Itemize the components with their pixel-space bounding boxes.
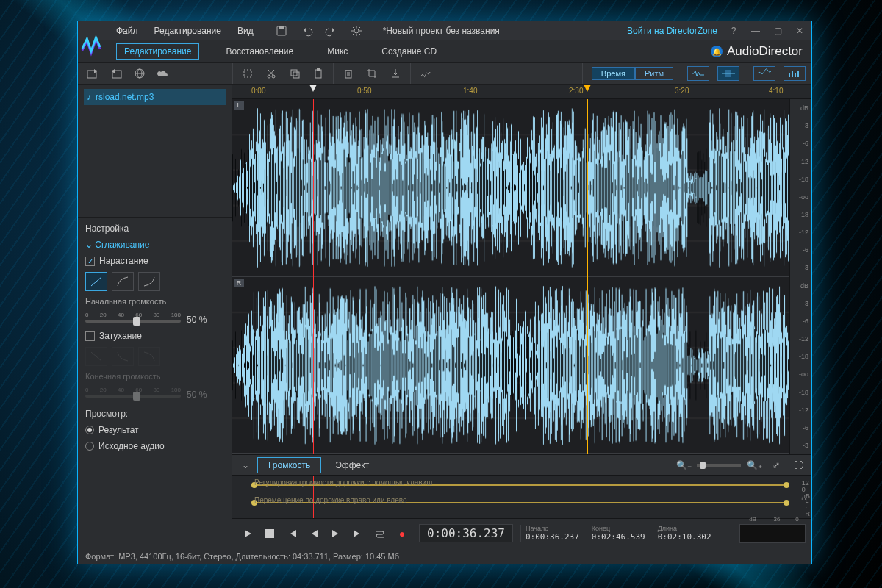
brand-label: AudioDirector [727,44,803,59]
normalize-icon[interactable] [417,65,434,82]
svg-rect-23 [315,70,321,78]
fadein-checkbox[interactable]: ✓Нарастание [85,256,224,266]
next-button[interactable] [326,524,345,543]
end-volume-slider: 020406080100 [85,387,181,400]
svg-line-9 [359,27,360,29]
paste-icon[interactable] [309,65,327,82]
svg-line-8 [359,33,360,35]
menu-file[interactable]: Файл [116,26,138,36]
svg-rect-34 [265,529,274,538]
tab-mix[interactable]: Микс [320,44,355,59]
cloud-icon[interactable] [154,65,172,82]
pan-lane[interactable]: Перемещение по дорожке вправо или влево … [251,498,811,514]
level-meter: dB-360 [739,524,806,543]
timecode: 0:00:36.237 [419,524,513,542]
marker-line [587,99,588,454]
delete-icon[interactable] [340,65,357,82]
time-ruler[interactable]: 0:00 0:50 1:40 2:30 3:20 4:10 [232,85,811,99]
svg-rect-33 [797,71,799,77]
cut-icon[interactable] [262,65,280,82]
channel-right: R [232,277,789,455]
curve-linear-in[interactable] [85,272,107,291]
mode-time[interactable]: Время [592,67,635,80]
settings-title: Настройка [85,223,224,234]
curve-exp-out [138,347,160,366]
tab-effect[interactable]: Эффект [324,457,380,473]
save-icon[interactable] [273,23,290,39]
fadein-curves [85,272,224,291]
signin-link[interactable]: Войти на DirectorZone [627,26,717,36]
curve-linear-out [85,347,107,366]
display-mode: Время Ритм [592,67,673,80]
svg-rect-22 [293,72,299,78]
start-volume-slider[interactable]: 020406080100 [85,312,181,325]
marker-out-icon[interactable] [584,85,591,92]
selection-length: Длина0:02:10.302 [653,525,716,542]
view-selection-icon[interactable] [717,66,739,81]
zoom-out-icon[interactable]: 🔍₋ [675,457,692,473]
tab-restore[interactable]: Восстановление [218,44,301,59]
quick-actions [273,23,365,39]
web-icon[interactable] [131,65,148,82]
preview-original[interactable]: Исходное аудио [85,441,224,451]
zoom-fit-icon[interactable]: ⛶ [789,457,807,473]
svg-rect-24 [317,68,320,71]
preview-label: Просмотр: [85,409,224,419]
zoom-in-icon[interactable]: 🔍₊ [745,457,763,473]
record-button[interactable]: ● [392,524,412,543]
tab-cd[interactable]: Создание CD [374,44,444,59]
waveform-display[interactable]: L R [232,99,789,454]
status-bar: Формат: MP3, 44100Гц, 16-бит, Стерео, Дл… [78,548,811,564]
tab-edit[interactable]: Редактирование [116,43,199,60]
stop-button[interactable] [260,524,279,543]
playhead[interactable] [313,99,314,454]
maximize-button[interactable]: ▢ [772,26,784,36]
mode-rhythm[interactable]: Ритм [635,67,673,80]
app-window: Файл Редактирование Вид *Новый проект бе… [77,21,812,564]
fadeout-checkbox[interactable]: Затухание [85,331,224,341]
menu-edit[interactable]: Редактирование [154,26,221,36]
start-volume-value: 50 % [187,315,207,325]
undo-icon[interactable] [298,23,315,39]
import-icon[interactable] [84,65,101,82]
export-icon[interactable] [107,65,125,82]
settings-panel: Настройка ⌄ Сглаживание ✓Нарастание Нача… [78,217,232,548]
view-waveform-icon[interactable] [687,66,709,81]
menu-view[interactable]: Вид [237,26,254,36]
project-title: *Новый проект без названия [383,26,500,36]
tab-volume[interactable]: Громкость [257,457,321,473]
download-icon[interactable] [387,65,404,82]
file-list: ♪ rsload.net.mp3 [78,85,232,217]
crop-icon[interactable] [363,65,381,82]
copy-icon[interactable] [286,65,304,82]
view-bars-icon[interactable] [784,66,806,81]
settings-icon[interactable] [348,23,365,39]
preview-result[interactable]: Результат [85,425,224,435]
curve-log-out [112,347,134,366]
mode-tabs: Редактирование Восстановление Микс Созда… [78,40,811,62]
skip-start-button[interactable] [282,524,301,543]
lane-expand-icon[interactable]: ⌄ [237,457,254,473]
volume-lane[interactable]: Регулировка громкости дорожки с помощью … [251,480,811,496]
svg-rect-30 [789,73,790,77]
curve-exp-in[interactable] [138,272,160,291]
zoom-vert-icon[interactable]: ⤢ [767,457,785,473]
select-icon[interactable] [239,65,257,82]
toolbar: Время Ритм [78,62,811,85]
close-button[interactable]: ✕ [794,26,806,36]
curve-log-in[interactable] [112,272,134,291]
section-smoothing[interactable]: ⌄ Сглаживание [85,240,224,250]
help-button[interactable]: ? [728,26,739,36]
prev-button[interactable] [304,524,323,543]
start-volume-label: Начальная громкость [85,297,224,306]
play-button[interactable] [238,524,257,543]
zoom-slider[interactable] [697,464,741,467]
minimize-button[interactable]: — [750,26,761,36]
skip-end-button[interactable] [348,524,368,543]
file-item[interactable]: ♪ rsload.net.mp3 [84,89,226,105]
redo-icon[interactable] [323,23,340,39]
loop-button[interactable] [370,524,390,543]
music-note-icon: ♪ [87,92,91,102]
marker-in-icon[interactable] [309,85,317,92]
view-spectral-icon[interactable] [753,66,775,81]
